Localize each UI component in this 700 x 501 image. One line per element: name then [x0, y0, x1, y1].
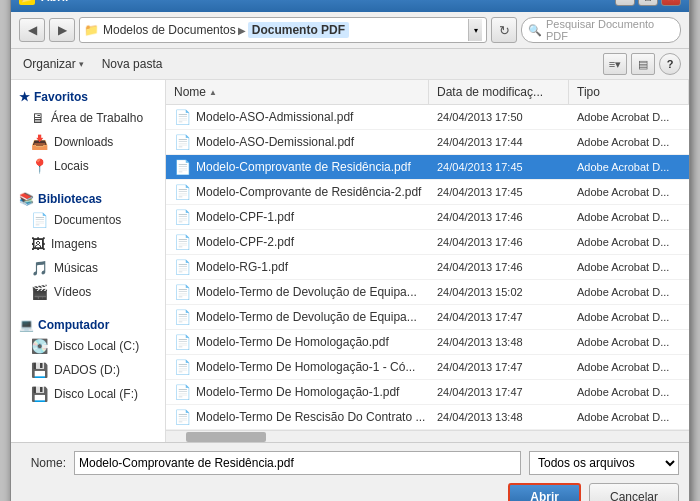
sidebar-item-locations[interactable]: 📍 Locais	[11, 154, 165, 178]
file-list[interactable]: 📄Modelo-ASO-Admissional.pdf24/04/2013 17…	[166, 105, 689, 430]
table-row[interactable]: 📄Modelo-RG-1.pdf24/04/2013 17:46Adobe Ac…	[166, 255, 689, 280]
file-date-cell: 24/04/2013 17:47	[429, 305, 569, 329]
table-row[interactable]: 📄Modelo-CPF-1.pdf24/04/2013 17:46Adobe A…	[166, 205, 689, 230]
path-folder-icon: 📁	[84, 23, 99, 37]
pdf-icon: 📄	[174, 259, 191, 275]
search-bar[interactable]: 🔍 Pesquisar Documento PDF	[521, 17, 681, 43]
forward-button[interactable]: ▶	[49, 18, 75, 42]
downloads-icon: 📥	[31, 134, 48, 150]
file-date-cell: 24/04/2013 17:47	[429, 380, 569, 404]
libraries-label: Bibliotecas	[38, 192, 102, 206]
filename-label: Nome:	[21, 456, 66, 470]
sidebar-item-disk-c[interactable]: 💽 Disco Local (C:)	[11, 334, 165, 358]
secondary-toolbar: Organizar ▾ Nova pasta ≡▾ ▤ ?	[11, 49, 689, 80]
file-type-cell: Adobe Acrobat D...	[569, 405, 689, 429]
table-row[interactable]: 📄Modelo-Termo De Rescisão Do Contrato ..…	[166, 405, 689, 430]
file-name: Modelo-Termo De Rescisão Do Contrato ...	[196, 410, 425, 424]
file-name: Modelo-Termo de Devolução de Equipa...	[196, 285, 417, 299]
table-row[interactable]: 📄Modelo-Comprovante de Residência.pdf24/…	[166, 155, 689, 180]
path-bar[interactable]: 📁 Modelos de Documentos ▶ Documento PDF …	[79, 17, 487, 43]
organize-dropdown-icon: ▾	[79, 59, 84, 69]
table-row[interactable]: 📄Modelo-Termo De Homologação.pdf24/04/20…	[166, 330, 689, 355]
table-row[interactable]: 📄Modelo-Termo de Devolução de Equipa...2…	[166, 280, 689, 305]
table-row[interactable]: 📄Modelo-Termo de Devolução de Equipa...2…	[166, 305, 689, 330]
sidebar-item-documents[interactable]: 📄 Documentos	[11, 208, 165, 232]
col-header-name[interactable]: Nome ▲	[166, 80, 429, 104]
view-toggle-button[interactable]: ≡▾	[603, 53, 627, 75]
refresh-button[interactable]: ↻	[491, 17, 517, 43]
breadcrumb-segment-1[interactable]: Modelos de Documentos	[103, 23, 236, 37]
minimize-button[interactable]: ─	[615, 0, 635, 6]
filetype-select[interactable]: Todos os arquivosArquivos PDF (*.pdf)Tod…	[529, 451, 679, 475]
file-name-cell: 📄Modelo-Termo De Homologação.pdf	[166, 330, 429, 354]
file-name: Modelo-Termo De Homologação-1.pdf	[196, 385, 399, 399]
file-name-cell: 📄Modelo-Termo de Devolução de Equipa...	[166, 305, 429, 329]
search-input[interactable]: Pesquisar Documento PDF	[546, 18, 674, 42]
help-button[interactable]: ?	[659, 53, 681, 75]
organize-button[interactable]: Organizar ▾	[19, 55, 88, 73]
file-name: Modelo-CPF-1.pdf	[196, 210, 294, 224]
maximize-button[interactable]: □	[638, 0, 658, 6]
breadcrumb-current: Documento PDF	[248, 22, 349, 38]
sidebar-music-label: Músicas	[54, 261, 98, 275]
sidebar-locations-label: Locais	[54, 159, 89, 173]
sidebar-item-music[interactable]: 🎵 Músicas	[11, 256, 165, 280]
title-controls: ─ □ ✕	[615, 0, 681, 6]
filename-input[interactable]	[74, 451, 521, 475]
cancel-button[interactable]: Cancelar	[589, 483, 679, 501]
file-date-cell: 24/04/2013 17:45	[429, 180, 569, 204]
locations-icon: 📍	[31, 158, 48, 174]
sidebar-item-videos[interactable]: 🎬 Vídeos	[11, 280, 165, 304]
dialog-icon: 📂	[19, 0, 35, 5]
desktop-icon: 🖥	[31, 110, 45, 126]
sidebar-item-images[interactable]: 🖼 Imagens	[11, 232, 165, 256]
back-button[interactable]: ◀	[19, 18, 45, 42]
view-type-button[interactable]: ▤	[631, 53, 655, 75]
file-name-cell: 📄Modelo-CPF-1.pdf	[166, 205, 429, 229]
sidebar-libraries-header: 📚 Bibliotecas	[11, 186, 165, 208]
file-date-cell: 24/04/2013 17:44	[429, 130, 569, 154]
file-list-container: Nome ▲ Data de modificaç... Tipo 📄Modelo…	[166, 80, 689, 442]
file-name-cell: 📄Modelo-Termo De Homologação-1.pdf	[166, 380, 429, 404]
table-row[interactable]: 📄Modelo-ASO-Demissional.pdf24/04/2013 17…	[166, 130, 689, 155]
file-date-cell: 24/04/2013 13:48	[429, 405, 569, 429]
file-name: Modelo-ASO-Demissional.pdf	[196, 135, 354, 149]
sidebar-item-desktop[interactable]: 🖥 Área de Trabalho	[11, 106, 165, 130]
file-date-cell: 24/04/2013 15:02	[429, 280, 569, 304]
new-folder-button[interactable]: Nova pasta	[96, 55, 169, 73]
sidebar-item-downloads[interactable]: 📥 Downloads	[11, 130, 165, 154]
breadcrumb-arrow: ▶	[238, 25, 246, 36]
sidebar-item-disk-f[interactable]: 💾 Disco Local (F:)	[11, 382, 165, 406]
file-type-cell: Adobe Acrobat D...	[569, 205, 689, 229]
file-name-cell: 📄Modelo-Comprovante de Residência-2.pdf	[166, 180, 429, 204]
dialog-window: 📂 Abrir ─ □ ✕ ◀ ▶ 📁 Modelos de Documento…	[10, 0, 690, 501]
dialog-title: Abrir	[41, 0, 70, 4]
file-type-cell: Adobe Acrobat D...	[569, 180, 689, 204]
table-row[interactable]: 📄Modelo-Termo De Homologação-1 - Có...24…	[166, 355, 689, 380]
organize-label: Organizar	[23, 57, 76, 71]
table-row[interactable]: 📄Modelo-Termo De Homologação-1.pdf24/04/…	[166, 380, 689, 405]
file-name-cell: 📄Modelo-Termo De Rescisão Do Contrato ..…	[166, 405, 429, 429]
file-name-cell: 📄Modelo-Termo de Devolução de Equipa...	[166, 280, 429, 304]
pdf-icon: 📄	[174, 159, 191, 175]
col-header-type[interactable]: Tipo	[569, 80, 689, 104]
horizontal-scrollbar[interactable]	[166, 430, 689, 442]
pdf-icon: 📄	[174, 334, 191, 350]
sidebar-favorites-header: ★ Favoritos	[11, 84, 165, 106]
file-type-cell: Adobe Acrobat D...	[569, 255, 689, 279]
table-row[interactable]: 📄Modelo-ASO-Admissional.pdf24/04/2013 17…	[166, 105, 689, 130]
file-date-cell: 24/04/2013 13:48	[429, 330, 569, 354]
sidebar-item-disk-d[interactable]: 💾 DADOS (D:)	[11, 358, 165, 382]
col-header-date[interactable]: Data de modificaç...	[429, 80, 569, 104]
scrollbar-thumb[interactable]	[186, 432, 266, 442]
close-button[interactable]: ✕	[661, 0, 681, 6]
path-dropdown-button[interactable]: ▾	[468, 19, 482, 41]
open-button[interactable]: Abrir	[508, 483, 581, 501]
file-name: Modelo-Comprovante de Residência.pdf	[196, 160, 411, 174]
favorites-label: Favoritos	[34, 90, 88, 104]
sidebar: ★ Favoritos 🖥 Área de Trabalho 📥 Downloa…	[11, 80, 166, 442]
table-row[interactable]: 📄Modelo-CPF-2.pdf24/04/2013 17:46Adobe A…	[166, 230, 689, 255]
sidebar-disk-c-label: Disco Local (C:)	[54, 339, 139, 353]
disk-f-icon: 💾	[31, 386, 48, 402]
table-row[interactable]: 📄Modelo-Comprovante de Residência-2.pdf2…	[166, 180, 689, 205]
